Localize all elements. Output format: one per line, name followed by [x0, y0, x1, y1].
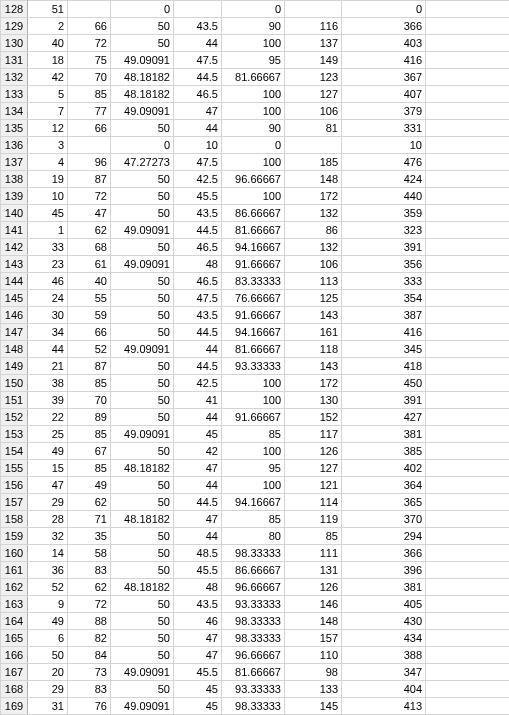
- cell[interactable]: 41: [174, 392, 222, 409]
- cell[interactable]: [426, 630, 510, 647]
- cell[interactable]: 44: [174, 120, 222, 137]
- cell[interactable]: 73: [68, 664, 111, 681]
- cell[interactable]: 100: [222, 35, 285, 52]
- cell[interactable]: 427: [342, 409, 426, 426]
- cell[interactable]: 50: [111, 358, 174, 375]
- cell[interactable]: 94.16667: [222, 324, 285, 341]
- cell[interactable]: 80: [222, 528, 285, 545]
- cell[interactable]: 45.5: [174, 188, 222, 205]
- cell[interactable]: 44.5: [174, 324, 222, 341]
- cell[interactable]: [426, 18, 510, 35]
- row-header[interactable]: 131: [1, 52, 28, 69]
- cell[interactable]: 185: [285, 154, 342, 171]
- cell[interactable]: 145: [285, 698, 342, 715]
- cell[interactable]: 67: [68, 443, 111, 460]
- cell[interactable]: [426, 613, 510, 630]
- cell[interactable]: 40: [68, 273, 111, 290]
- cell[interactable]: 333: [342, 273, 426, 290]
- cell[interactable]: [426, 511, 510, 528]
- cell[interactable]: 4: [28, 154, 68, 171]
- cell[interactable]: [426, 528, 510, 545]
- row-header[interactable]: 132: [1, 69, 28, 86]
- cell[interactable]: 94.16667: [222, 494, 285, 511]
- cell[interactable]: 90: [222, 18, 285, 35]
- cell[interactable]: 38: [28, 375, 68, 392]
- row-header[interactable]: 148: [1, 341, 28, 358]
- cell[interactable]: [426, 426, 510, 443]
- cell[interactable]: 434: [342, 630, 426, 647]
- cell[interactable]: 50: [111, 239, 174, 256]
- cell[interactable]: [426, 477, 510, 494]
- cell[interactable]: 91.66667: [222, 409, 285, 426]
- cell[interactable]: 98: [285, 664, 342, 681]
- cell[interactable]: [426, 375, 510, 392]
- cell[interactable]: 391: [342, 392, 426, 409]
- cell[interactable]: 21: [28, 358, 68, 375]
- cell[interactable]: 15: [28, 460, 68, 477]
- cell[interactable]: 3: [28, 137, 68, 154]
- cell[interactable]: 347: [342, 664, 426, 681]
- cell[interactable]: 402: [342, 460, 426, 477]
- cell[interactable]: 72: [68, 35, 111, 52]
- cell[interactable]: 31: [28, 698, 68, 715]
- cell[interactable]: 62: [68, 222, 111, 239]
- row-header[interactable]: 156: [1, 477, 28, 494]
- cell[interactable]: 403: [342, 35, 426, 52]
- cell[interactable]: 50: [111, 205, 174, 222]
- cell[interactable]: 323: [342, 222, 426, 239]
- cell[interactable]: 407: [342, 86, 426, 103]
- cell[interactable]: 85: [68, 86, 111, 103]
- cell[interactable]: 416: [342, 52, 426, 69]
- cell[interactable]: 49.09091: [111, 426, 174, 443]
- row-header[interactable]: 157: [1, 494, 28, 511]
- cell[interactable]: 5: [28, 86, 68, 103]
- cell[interactable]: 49.09091: [111, 52, 174, 69]
- cell[interactable]: 29: [28, 494, 68, 511]
- cell[interactable]: [426, 188, 510, 205]
- row-header[interactable]: 142: [1, 239, 28, 256]
- cell[interactable]: 51: [28, 1, 68, 18]
- cell[interactable]: 98.33333: [222, 630, 285, 647]
- cell[interactable]: 379: [342, 103, 426, 120]
- cell[interactable]: 85: [222, 426, 285, 443]
- cell[interactable]: 50: [111, 120, 174, 137]
- row-header[interactable]: 150: [1, 375, 28, 392]
- cell[interactable]: 118: [285, 341, 342, 358]
- cell[interactable]: 85: [68, 375, 111, 392]
- cell[interactable]: 404: [342, 681, 426, 698]
- cell[interactable]: 125: [285, 290, 342, 307]
- cell[interactable]: [426, 494, 510, 511]
- cell[interactable]: 47: [174, 647, 222, 664]
- cell[interactable]: 50: [111, 290, 174, 307]
- cell[interactable]: 44: [174, 528, 222, 545]
- cell[interactable]: 77: [68, 103, 111, 120]
- cell[interactable]: 61: [68, 256, 111, 273]
- cell[interactable]: 100: [222, 443, 285, 460]
- cell[interactable]: 0: [222, 137, 285, 154]
- cell[interactable]: 143: [285, 358, 342, 375]
- cell[interactable]: 50: [111, 647, 174, 664]
- cell[interactable]: 100: [222, 103, 285, 120]
- cell[interactable]: [426, 1, 510, 18]
- cell[interactable]: 30: [28, 307, 68, 324]
- cell[interactable]: 86.66667: [222, 205, 285, 222]
- cell[interactable]: 294: [342, 528, 426, 545]
- cell[interactable]: 48.18182: [111, 511, 174, 528]
- cell[interactable]: 100: [222, 375, 285, 392]
- cell[interactable]: [426, 341, 510, 358]
- cell[interactable]: 1: [28, 222, 68, 239]
- cell[interactable]: 45.5: [174, 562, 222, 579]
- cell[interactable]: 114: [285, 494, 342, 511]
- cell[interactable]: 100: [222, 477, 285, 494]
- row-header[interactable]: 166: [1, 647, 28, 664]
- cell[interactable]: 381: [342, 579, 426, 596]
- cell[interactable]: 100: [222, 154, 285, 171]
- cell[interactable]: 116: [285, 18, 342, 35]
- row-header[interactable]: 139: [1, 188, 28, 205]
- cell[interactable]: 87: [68, 358, 111, 375]
- cell[interactable]: 44: [174, 341, 222, 358]
- row-header[interactable]: 130: [1, 35, 28, 52]
- cell[interactable]: 387: [342, 307, 426, 324]
- row-header[interactable]: 164: [1, 613, 28, 630]
- cell[interactable]: 405: [342, 596, 426, 613]
